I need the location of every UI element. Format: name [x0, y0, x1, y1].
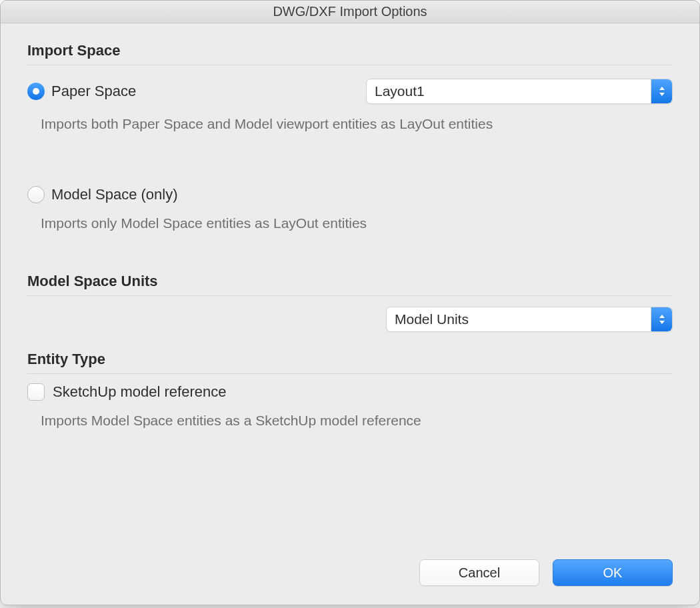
ok-button-label: OK [603, 565, 623, 581]
layout-select-value: Layout1 [367, 79, 651, 103]
sketchup-ref-row: SketchUp model reference [27, 374, 673, 401]
paper-space-radio-group[interactable]: Paper Space [27, 83, 136, 100]
paper-space-label: Paper Space [51, 83, 136, 100]
ok-button[interactable]: OK [553, 559, 673, 586]
entity-type-heading: Entity Type [27, 351, 673, 374]
up-down-arrows-icon [658, 86, 666, 97]
model-space-description: Imports only Model Space entities as Lay… [27, 214, 673, 232]
model-space-radio-group[interactable]: Model Space (only) [27, 186, 178, 203]
model-units-select-arrows[interactable] [651, 307, 672, 331]
import-space-heading: Import Space [27, 42, 673, 65]
dialog-window: DWG/DXF Import Options Import Space Pape… [0, 0, 700, 605]
model-units-select-value: Model Units [387, 307, 651, 331]
paper-space-row: Paper Space Layout1 [27, 65, 673, 104]
dialog-content: Import Space Paper Space Layout1 Imports… [1, 23, 699, 443]
layout-select-arrows[interactable] [651, 79, 672, 103]
window-title: DWG/DXF Import Options [273, 4, 427, 19]
sketchup-ref-description: Imports Model Space entities as a Sketch… [27, 411, 673, 429]
model-space-row: Model Space (only) [27, 173, 673, 203]
model-units-select[interactable]: Model Units [386, 307, 673, 332]
cancel-button[interactable]: Cancel [419, 559, 539, 586]
title-bar: DWG/DXF Import Options [1, 1, 699, 23]
dialog-buttons: Cancel OK [419, 559, 673, 586]
sketchup-ref-checkbox[interactable] [27, 383, 45, 401]
model-units-row: Model Units [27, 296, 673, 332]
model-space-label: Model Space (only) [51, 186, 178, 203]
cancel-button-label: Cancel [459, 565, 500, 581]
sketchup-ref-label: SketchUp model reference [53, 383, 226, 401]
paper-space-radio[interactable] [27, 83, 45, 100]
model-space-radio[interactable] [27, 186, 45, 203]
paper-space-description: Imports both Paper Space and Model viewp… [27, 115, 673, 133]
model-space-units-heading: Model Space Units [27, 273, 673, 296]
up-down-arrows-icon [658, 314, 666, 325]
layout-select[interactable]: Layout1 [366, 79, 673, 104]
